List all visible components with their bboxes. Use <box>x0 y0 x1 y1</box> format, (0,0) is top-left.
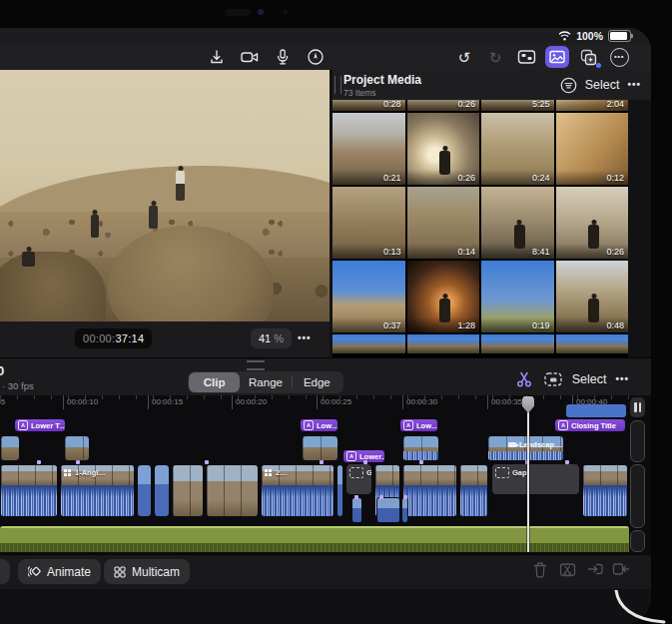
media-thumbnail[interactable]: 0:26 <box>407 100 480 111</box>
effects-button[interactable] <box>576 46 600 68</box>
clip-connection-dot <box>205 460 209 464</box>
media-thumbnail[interactable]: 0:26 <box>407 113 480 185</box>
timecode-display[interactable]: 00:00:37:14 <box>75 328 152 348</box>
mic-icon <box>275 48 291 66</box>
timeline-resize-handle[interactable] <box>247 360 265 370</box>
title-clip[interactable]: ALow… <box>399 418 438 432</box>
title-clip[interactable]: ALower T… <box>14 418 66 432</box>
import-button[interactable] <box>205 46 229 68</box>
redo-button[interactable]: ↻ <box>483 46 507 68</box>
blade-tool-icon[interactable] <box>514 369 534 389</box>
viewer-preview[interactable] <box>0 70 330 321</box>
connected-clip[interactable]: Landscap… <box>487 435 564 461</box>
media-thumbnail[interactable]: 1:28 <box>407 261 480 332</box>
media-thumbnail[interactable] <box>333 334 405 353</box>
record-audio-button[interactable] <box>271 46 295 68</box>
media-thumbnail[interactable]: 0:13 <box>333 187 405 259</box>
thumbnail-person-silhouette <box>514 225 525 249</box>
media-thumbnail[interactable]: 0:48 <box>556 261 629 332</box>
media-thumbnail[interactable]: 8:41 <box>481 187 554 259</box>
viewer-more-button[interactable]: ••• <box>298 333 312 343</box>
title-clip-label: Closing Title <box>571 421 616 430</box>
media-thumbnail[interactable]: 0:19 <box>481 261 554 332</box>
append-clip-button[interactable] <box>612 561 630 577</box>
clip-connection-dot <box>419 460 423 464</box>
timeline-track-minimap-segment[interactable] <box>630 464 645 528</box>
timeline-clip[interactable] <box>137 464 152 517</box>
media-thumbnail[interactable]: 0:24 <box>481 113 554 185</box>
connected-clip[interactable] <box>402 435 439 461</box>
top-toolbar: ↺ ↻ ••• <box>0 44 651 71</box>
insert-clip-button[interactable] <box>587 561 604 577</box>
title-clip[interactable]: ALow… <box>300 418 338 432</box>
ruler-timecode-label: 00:00:35 <box>487 395 522 409</box>
timeline-select-button[interactable]: Select <box>572 372 607 386</box>
timeline-clip[interactable]: 2… <box>261 464 335 517</box>
media-thumbnail[interactable]: 2:04 <box>556 100 629 111</box>
clip-connection-dot <box>363 460 367 464</box>
undo-button[interactable]: ↺ <box>452 46 476 68</box>
connected-clip-below[interactable] <box>351 497 362 523</box>
media-thumbnail[interactable]: 0:28 <box>333 100 405 111</box>
timeline-clip[interactable] <box>459 464 488 517</box>
filter-icon[interactable] <box>560 77 577 94</box>
timeline-clip[interactable] <box>0 464 58 517</box>
media-thumbnail[interactable]: 0:12 <box>556 113 629 185</box>
timeline-vertical-scroll-handle[interactable] <box>630 397 645 417</box>
more-options-button[interactable]: ••• <box>607 46 631 68</box>
battery-icon <box>608 30 631 42</box>
connected-clip[interactable] <box>0 435 20 461</box>
media-thumbnail[interactable]: 0:26 <box>556 187 629 259</box>
media-select-button[interactable]: Select <box>585 78 620 92</box>
project-title-fragment: 0 <box>0 363 4 378</box>
clip-connection-dot <box>379 495 383 499</box>
gap-clip[interactable]: Gap <box>491 463 580 495</box>
viewer-zoom-control[interactable]: 41% <box>251 328 292 348</box>
connected-clip[interactable] <box>64 435 90 461</box>
bezel-sensor-pill <box>225 9 251 16</box>
title-clip[interactable]: AClosing Title <box>554 418 626 432</box>
audio-music-clip[interactable] <box>0 526 629 552</box>
clip-duration: 0:12 <box>606 173 624 183</box>
timeline-track-minimap-segment[interactable] <box>630 530 645 552</box>
multicam-button[interactable]: Multicam <box>104 559 190 584</box>
media-thumbnail[interactable]: 0:14 <box>407 187 480 259</box>
effects-notification-dot <box>596 63 601 68</box>
clip-connection-dot <box>565 460 569 464</box>
timeline-clip[interactable] <box>172 464 204 517</box>
media-thumbnail[interactable]: 5:25 <box>481 100 554 111</box>
timeline-more-button[interactable]: ••• <box>615 374 629 384</box>
media-more-button[interactable]: ••• <box>627 80 641 90</box>
overwrite-tool-icon[interactable] <box>543 370 563 388</box>
partial-edge-button[interactable] <box>0 559 10 584</box>
timeline-clip[interactable] <box>402 464 457 517</box>
timeline-clip[interactable] <box>336 464 343 517</box>
tab-edge[interactable]: Edge <box>292 372 342 392</box>
split-clip-button[interactable] <box>559 561 576 578</box>
media-thumbnail[interactable] <box>556 334 629 353</box>
tab-clip[interactable]: Clip <box>189 372 240 392</box>
timeline-clip[interactable]: 1-Angl… <box>60 464 135 517</box>
timeline-clip[interactable] <box>154 464 170 517</box>
animate-button[interactable]: Animate <box>18 559 101 584</box>
delete-clip-button[interactable] <box>532 561 548 578</box>
draw-tool-button[interactable] <box>304 46 328 68</box>
connected-clip-below[interactable] <box>401 497 408 523</box>
tab-range[interactable]: Range <box>240 372 291 392</box>
media-browser-button[interactable] <box>545 46 569 68</box>
gap-clip[interactable]: G… <box>345 463 372 495</box>
clip-duration: 0:26 <box>606 247 624 257</box>
media-thumbnail[interactable] <box>407 334 480 353</box>
media-thumbnail[interactable]: 0:37 <box>333 261 405 332</box>
timeline-clip[interactable] <box>582 464 628 517</box>
media-thumbnail[interactable]: 0:21 <box>333 113 405 185</box>
panel-drag-handle[interactable] <box>335 76 341 94</box>
media-thumbnail[interactable] <box>481 334 554 353</box>
connected-clip[interactable] <box>302 435 338 461</box>
timeline-track-minimap-segment[interactable] <box>630 420 645 462</box>
connected-clip-blue[interactable] <box>566 404 626 417</box>
record-video-button[interactable] <box>238 46 262 68</box>
timeline-clip[interactable] <box>206 464 259 517</box>
inspector-button[interactable] <box>514 46 538 68</box>
connected-clip-below[interactable] <box>376 497 400 523</box>
